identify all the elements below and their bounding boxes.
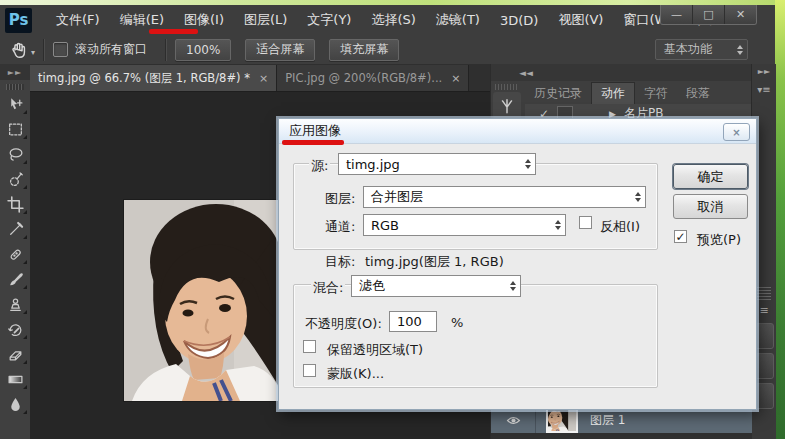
- eraser-tool[interactable]: [0, 342, 30, 367]
- desktop-wallpaper-right: [775, 0, 785, 439]
- panel-menu-icon[interactable]: ▾≡: [752, 84, 776, 95]
- source-dropdown[interactable]: timg.jpg: [338, 153, 536, 175]
- blend-label: 混合:: [311, 279, 345, 297]
- tab-actions[interactable]: 动作: [591, 82, 635, 104]
- crop-tool[interactable]: [0, 192, 30, 217]
- menu-bar: Ps 文件(F) 编辑(E) 图像(I) 图层(L) 文字(Y) 选择(S) 滤…: [0, 5, 775, 36]
- gradient-tool[interactable]: [0, 367, 30, 392]
- menu-select[interactable]: 选择(S): [361, 11, 425, 29]
- collapsed-panel-button[interactable]: [755, 323, 774, 349]
- menu-3d[interactable]: 3D(D): [490, 13, 548, 28]
- red-annotation-dialog-title: [282, 140, 344, 145]
- layer-thumbnail[interactable]: [546, 407, 578, 433]
- dialog-title: 应用图像: [289, 122, 341, 140]
- dialog-close-button[interactable]: ×: [723, 123, 750, 141]
- channel-dropdown[interactable]: RGB: [363, 214, 566, 236]
- apply-image-dialog: 应用图像 × 源: timg.jpg 图层: 合并图层 通道: RGB 反相(I…: [278, 118, 757, 410]
- maximize-button[interactable]: □: [692, 5, 724, 24]
- tools-expand-icon[interactable]: ►►: [0, 64, 30, 80]
- tab-character[interactable]: 字符: [635, 83, 677, 104]
- document-tab-pic[interactable]: PIC.jpg @ 200%(RGB/8#)... ×: [277, 65, 469, 91]
- tab-history[interactable]: 历史记录: [525, 83, 591, 104]
- dock-header: ◄◄: [491, 64, 752, 81]
- expand-dock-icon[interactable]: ►►: [752, 67, 776, 76]
- tab-paragraph[interactable]: 段落: [677, 83, 719, 104]
- tools-grip[interactable]: [6, 84, 24, 90]
- opacity-unit: %: [449, 315, 465, 330]
- scroll-all-windows-label: 滚动所有窗口: [75, 41, 147, 58]
- tab-close-icon[interactable]: ×: [451, 72, 460, 85]
- lasso-tool[interactable]: [0, 142, 30, 167]
- hand-tool-caret-icon[interactable]: ▾: [31, 48, 35, 57]
- portrait-image: [124, 200, 281, 401]
- menu-view[interactable]: 视图(V): [548, 11, 613, 29]
- menu-image[interactable]: 图像(I): [174, 11, 234, 29]
- zoom-100-button[interactable]: 100%: [175, 39, 231, 61]
- collapsed-panel-button[interactable]: [755, 383, 774, 409]
- check-icon: ✓: [675, 231, 685, 243]
- close-button[interactable]: ✕: [724, 5, 756, 24]
- cancel-button[interactable]: 取消: [673, 194, 748, 219]
- layers-panel: 图层 1: [490, 405, 752, 439]
- ok-button[interactable]: 确定: [673, 164, 748, 189]
- spinner-icon: [505, 276, 520, 296]
- target-value: timg.jpg(图层 1, RGB): [363, 253, 506, 271]
- layer-value: 合并图层: [371, 188, 423, 206]
- history-brush-tool[interactable]: [0, 317, 30, 342]
- spot-healing-brush-tool[interactable]: [0, 242, 30, 267]
- document-tab-title: timg.jpg @ 66.7% (图层 1, RGB/8#) *: [38, 71, 250, 86]
- layer-dropdown[interactable]: 合并图层: [363, 186, 646, 208]
- layers-panel-bottom: [491, 433, 752, 439]
- channel-label: 通道:: [323, 218, 357, 236]
- eyedropper-tool[interactable]: [0, 217, 30, 242]
- red-annotation-image-menu: [149, 29, 198, 34]
- expand-action-icon[interactable]: ▶: [609, 109, 616, 119]
- scroll-all-windows-checkbox[interactable]: [53, 42, 68, 57]
- minimize-button[interactable]: —: [661, 5, 692, 24]
- document-tab-title: PIC.jpg @ 200%(RGB/8#)...: [285, 71, 442, 85]
- workspace-switcher[interactable]: 基本功能: [655, 39, 748, 60]
- dock-grip[interactable]: [495, 84, 517, 90]
- blur-tool[interactable]: [0, 392, 30, 417]
- brush-tool[interactable]: [0, 267, 30, 292]
- spinner-icon: [520, 154, 535, 174]
- fill-screen-button[interactable]: 填充屏幕: [329, 39, 399, 61]
- collapse-panels-icon[interactable]: ◄◄: [519, 68, 533, 78]
- clone-stamp-tool[interactable]: [0, 292, 30, 317]
- target-label: 目标:: [323, 253, 357, 271]
- preview-checkbox[interactable]: ✓: [674, 230, 687, 243]
- preview-label: 预览(P): [695, 231, 743, 249]
- scrollbar-grip[interactable]: [756, 287, 771, 300]
- collapsed-panel-button[interactable]: [755, 353, 774, 379]
- mask-checkbox[interactable]: [303, 364, 316, 377]
- hand-tool-icon[interactable]: [9, 40, 28, 59]
- dialog-title-bar[interactable]: 应用图像: [279, 119, 756, 144]
- workspace-label: 基本功能: [664, 41, 712, 58]
- quick-selection-tool[interactable]: [0, 167, 30, 192]
- menu-layer[interactable]: 图层(L): [234, 11, 297, 29]
- menu-file[interactable]: 文件(F): [46, 11, 110, 29]
- eye-icon[interactable]: [506, 415, 521, 426]
- menu-edit[interactable]: 编辑(E): [110, 11, 174, 29]
- preserve-transparency-label: 保留透明区域(T): [325, 341, 425, 359]
- photoshop-logo: Ps: [5, 8, 32, 33]
- window-controls: — □ ✕: [660, 5, 757, 25]
- menu-type[interactable]: 文字(Y): [297, 11, 361, 29]
- tab-close-icon[interactable]: ×: [259, 72, 268, 85]
- art-history-brush-dock-icon[interactable]: [493, 92, 521, 119]
- layer-name[interactable]: 图层 1: [590, 412, 625, 429]
- document-tab-timg[interactable]: timg.jpg @ 66.7% (图层 1, RGB/8#) * ×: [30, 65, 277, 91]
- document-tab-bar: timg.jpg @ 66.7% (图层 1, RGB/8#) * × PIC.…: [30, 64, 490, 92]
- opacity-input[interactable]: [389, 311, 437, 332]
- layer-row-selected[interactable]: 图层 1: [491, 407, 752, 433]
- menu-filter[interactable]: 滤镜(T): [426, 11, 490, 29]
- blend-dropdown[interactable]: 滤色: [351, 275, 521, 297]
- layer-visibility-cell[interactable]: [491, 407, 536, 433]
- fit-screen-button[interactable]: 适合屏幕: [245, 39, 315, 61]
- move-tool[interactable]: [0, 92, 30, 117]
- rectangular-marquee-tool[interactable]: [0, 117, 30, 142]
- preserve-transparency-checkbox[interactable]: [303, 340, 316, 353]
- source-value: timg.jpg: [346, 157, 400, 172]
- source-label: 源:: [309, 157, 330, 175]
- invert-checkbox[interactable]: [579, 216, 592, 229]
